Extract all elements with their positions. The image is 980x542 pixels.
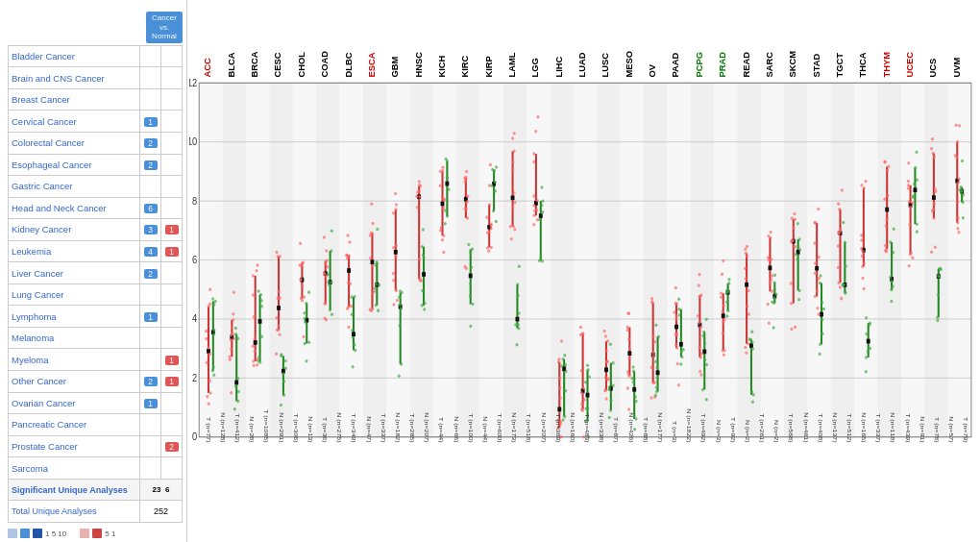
svg-point-848 <box>938 267 941 271</box>
svg-point-556 <box>655 376 658 380</box>
svg-point-566 <box>676 362 679 366</box>
svg-point-580 <box>682 348 685 352</box>
svg-point-512 <box>609 343 612 347</box>
svg-point-623 <box>721 272 723 276</box>
svg-point-765 <box>860 234 863 237</box>
svg-point-109 <box>230 391 233 395</box>
svg-text:GBM: GBM <box>391 57 400 78</box>
svg-point-725 <box>822 308 825 311</box>
svg-point-211 <box>323 272 326 276</box>
svg-point-724 <box>821 318 823 322</box>
svg-point-702 <box>796 244 799 248</box>
badge-blue-cell: 1 <box>140 306 161 328</box>
svg-point-714 <box>814 272 817 276</box>
svg-point-861 <box>954 154 957 158</box>
svg-point-605 <box>703 341 706 345</box>
badge-blue-cell: 3 <box>140 219 161 241</box>
svg-point-479 <box>581 332 584 335</box>
svg-point-414 <box>517 294 520 298</box>
svg-point-398 <box>513 228 516 232</box>
svg-point-244 <box>352 336 355 340</box>
svg-point-174 <box>284 359 287 363</box>
svg-point-486 <box>588 376 591 380</box>
svg-point-568 <box>674 343 677 347</box>
svg-point-474 <box>580 391 583 395</box>
svg-point-408 <box>513 132 516 136</box>
svg-point-715 <box>814 261 817 265</box>
svg-rect-756 <box>867 339 870 344</box>
svg-point-544 <box>653 381 656 384</box>
badge-blue-cell <box>140 327 161 349</box>
svg-point-330 <box>442 206 445 209</box>
cancer-name-cell: Kidney Cancer <box>9 219 140 241</box>
svg-text:THYM: THYM <box>882 52 891 77</box>
badge-red-cell <box>161 132 183 154</box>
svg-point-722 <box>819 343 821 347</box>
cancer-row: Gastric Cancer <box>9 176 183 198</box>
svg-point-680 <box>773 273 776 277</box>
svg-rect-251 <box>371 259 375 264</box>
svg-point-337 <box>444 222 447 226</box>
svg-point-595 <box>698 321 700 325</box>
svg-point-212 <box>326 265 329 269</box>
svg-point-193 <box>305 359 307 363</box>
svg-point-342 <box>446 176 449 180</box>
svg-text:UCS: UCS <box>929 59 938 78</box>
svg-point-815 <box>907 180 910 184</box>
svg-point-160 <box>277 328 280 332</box>
svg-point-380 <box>490 223 493 227</box>
svg-rect-420 <box>539 213 543 218</box>
cancer-row: Pancreatic Cancer <box>9 414 183 436</box>
svg-point-290 <box>400 362 403 366</box>
cancer-row: Breast Cancer <box>9 88 183 111</box>
svg-point-436 <box>538 218 541 222</box>
badge-blue-cell: 4 <box>140 240 161 262</box>
svg-point-87 <box>209 391 212 395</box>
svg-text:N (n=91): N (n=91) <box>919 416 925 442</box>
svg-point-197 <box>304 317 306 321</box>
badge-red-cell <box>161 154 183 176</box>
svg-point-671 <box>767 234 770 238</box>
svg-point-431 <box>534 130 537 134</box>
svg-point-575 <box>674 302 677 306</box>
svg-point-183 <box>300 297 303 301</box>
svg-rect-323 <box>441 202 445 207</box>
svg-text:N (n=275): N (n=275) <box>335 412 342 442</box>
svg-text:T (n=600): T (n=600) <box>496 413 502 442</box>
badge-blue-cell <box>140 414 161 436</box>
svg-point-461 <box>560 364 563 368</box>
total-value: 252 <box>140 501 183 523</box>
svg-point-840 <box>931 137 934 141</box>
svg-point-151 <box>259 293 262 297</box>
svg-point-455 <box>557 357 560 361</box>
svg-point-672 <box>770 231 772 234</box>
svg-point-267 <box>374 286 377 290</box>
svg-point-439 <box>541 199 544 203</box>
svg-text:THCA: THCA <box>859 52 868 78</box>
cancer-name-cell: Brain and CNS Cancer <box>9 67 140 89</box>
cancer-name-cell: Colorectal Cancer <box>9 132 140 154</box>
svg-point-829 <box>930 251 933 255</box>
svg-rect-275 <box>394 250 398 255</box>
svg-point-503 <box>604 334 607 338</box>
svg-point-339 <box>444 209 447 212</box>
svg-point-698 <box>798 289 801 293</box>
svg-point-526 <box>626 326 629 330</box>
svg-point-582 <box>678 313 681 317</box>
svg-text:COAD: COAD <box>321 51 330 78</box>
svg-text:N (n=2): N (n=2) <box>744 420 750 443</box>
cancer-row: Melanoma <box>9 327 183 349</box>
svg-point-149 <box>260 305 263 308</box>
svg-point-618 <box>723 318 726 322</box>
svg-point-216 <box>323 235 326 239</box>
svg-point-360 <box>465 170 468 174</box>
analysis-header: Cancervs.Normal <box>8 12 183 43</box>
svg-point-578 <box>680 356 683 359</box>
svg-point-97 <box>212 373 215 377</box>
svg-text:N (n=338): N (n=338) <box>598 412 604 442</box>
svg-point-862 <box>956 140 959 144</box>
svg-point-720 <box>817 208 820 211</box>
svg-text:LGG: LGG <box>531 58 540 77</box>
svg-point-834 <box>933 202 936 206</box>
svg-point-363 <box>469 294 472 298</box>
